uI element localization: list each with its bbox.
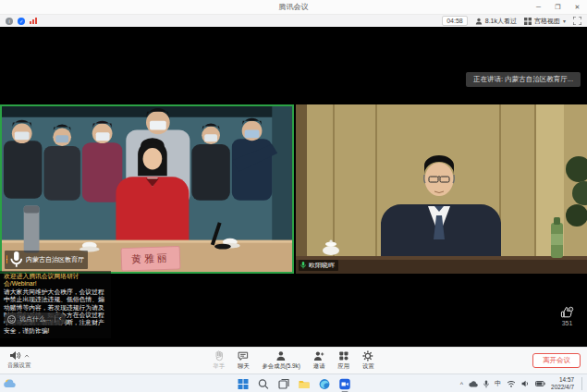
taskbar-app-icons [237, 374, 350, 392]
fullscreen-icon[interactable] [573, 17, 581, 25]
battery-icon[interactable] [535, 381, 545, 386]
emoji-icon[interactable] [7, 315, 16, 324]
chat-placeholder[interactable]: 说点什么... [19, 314, 51, 324]
like-count: 351 [562, 320, 573, 326]
mic-speaking-icon [300, 262, 306, 269]
titlebar: 腾讯会议 ─ ❐ ✕ [0, 0, 587, 15]
person-icon [475, 18, 483, 25]
show-desktop-button[interactable] [581, 377, 584, 390]
chevron-down-icon: ▾ [563, 18, 566, 24]
clock-time: 14:57 [551, 376, 574, 384]
participant-label-right: 欧阳晓晖 [299, 260, 338, 271]
apps-icon [338, 350, 349, 361]
meeting-statusbar: i ✓ 04:58 8.1k人看过 宫格视图 ▾ [0, 15, 587, 27]
raise-hand-icon [214, 350, 225, 361]
welcome-headline: 欢迎进入腾讯会议网络研讨会/Webinar! [4, 273, 107, 288]
members-icon [275, 350, 287, 361]
tencent-meeting-app-icon[interactable] [338, 378, 350, 390]
onedrive-cloud-icon[interactable] [469, 381, 478, 387]
taskbar-clock[interactable]: 14:57 2022/4/7 [551, 376, 574, 390]
minimize-button[interactable]: ─ [529, 0, 548, 14]
video-tile-right[interactable]: 欧阳晓晖 [296, 104, 587, 274]
chat-button[interactable]: 聊天 [238, 350, 250, 371]
grid-view-icon [524, 18, 532, 25]
security-shield-icon[interactable]: ✓ [18, 18, 25, 25]
tencent-meeting-window: 腾讯会议 ─ ❐ ✕ i ✓ 04:58 8.1k人看过 宫格视图 ▾ [0, 0, 587, 392]
mic-on-icon [10, 251, 23, 268]
raise-hand-button[interactable]: 举手 [213, 350, 225, 371]
file-explorer-icon[interactable] [298, 378, 310, 390]
system-tray: ^ 中 14:57 2022/4/7 [460, 374, 584, 392]
view-mode-button[interactable]: 宫格视图 ▾ [524, 17, 566, 26]
office-video [296, 104, 587, 274]
chevron-up-icon[interactable] [24, 354, 30, 358]
nameplate-text: 黄雅丽 [131, 252, 170, 264]
audio-settings-label: 音频设置 [7, 361, 31, 370]
meeting-timer: 04:58 [442, 16, 468, 26]
webinar-welcome-notice: 欢迎进入腾讯会议网络研讨会/Webinar! 请大家共同维护大会秩序，会议过程中… [0, 271, 111, 338]
task-view-icon[interactable] [277, 378, 289, 390]
audio-settings-button[interactable]: 音频设置 [7, 350, 31, 370]
ime-indicator[interactable]: 中 [495, 379, 501, 388]
invite-button[interactable]: 邀请 [313, 350, 325, 371]
volume-icon[interactable] [521, 380, 530, 387]
settings-button[interactable]: 设置 [362, 350, 374, 371]
participant-label-left: 内蒙古自治区教育厅 [5, 251, 88, 269]
conference-room-video: 黄雅丽 [2, 106, 292, 272]
wifi-icon[interactable] [507, 380, 516, 387]
windows-taskbar: ^ 中 14:57 2022/4/7 [0, 374, 587, 392]
audio-active-icon [6, 255, 7, 263]
weather-widget-icon[interactable] [4, 377, 17, 390]
now-speaking-banner: 正在讲话: 内蒙古自治区教育厅... [466, 72, 581, 87]
chat-icon [238, 350, 249, 361]
invite-icon [313, 350, 324, 361]
viewer-count[interactable]: 8.1k人看过 [475, 17, 517, 26]
start-button[interactable] [237, 378, 249, 390]
tray-mic-icon[interactable] [483, 380, 489, 388]
maximize-button[interactable]: ❐ [548, 0, 568, 14]
edge-browser-icon[interactable] [318, 378, 330, 390]
divider [55, 315, 55, 323]
apps-button[interactable]: 应用 [337, 350, 349, 371]
meeting-toolbar: 音频设置 举手 聊天 参会成员(5.9k) 邀请 应用 [0, 347, 587, 374]
window-controls: ─ ❐ ✕ [529, 0, 587, 14]
clock-date: 2022/4/7 [551, 384, 574, 391]
toolbar-center: 举手 聊天 参会成员(5.9k) 邀请 应用 设置 [213, 350, 373, 371]
members-button[interactable]: 参会成员(5.9k) [263, 350, 300, 371]
chat-input[interactable]: 说点什么... ‹ [4, 312, 66, 325]
speaker-icon [9, 350, 21, 361]
meeting-info-icon[interactable]: i [6, 18, 13, 25]
network-signal-icon[interactable] [30, 18, 37, 24]
close-button[interactable]: ✕ [568, 0, 587, 14]
thumbs-up-icon [560, 306, 574, 319]
video-stage: 黄雅丽 内蒙古自治区教育厅 [0, 27, 587, 347]
chat-collapse-icon[interactable]: ‹ [59, 315, 62, 323]
leave-meeting-button[interactable]: 离开会议 [532, 353, 581, 368]
video-tile-left[interactable]: 黄雅丽 内蒙古自治区教育厅 [0, 104, 294, 274]
settings-gear-icon [362, 350, 373, 361]
search-icon[interactable] [257, 378, 269, 390]
window-title: 腾讯会议 [279, 2, 309, 12]
tray-chevron-icon[interactable]: ^ [460, 381, 463, 387]
like-button[interactable]: 351 [560, 306, 574, 326]
